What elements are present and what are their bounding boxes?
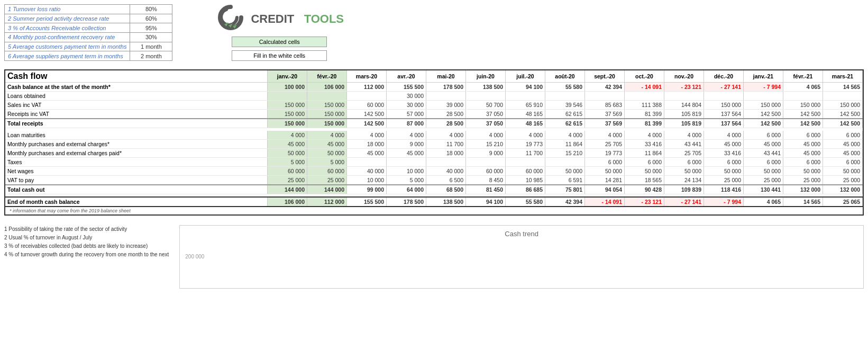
cf-data-row: Receipts inc VAT150 000150 000142 50057 … [5,110,863,119]
cell-value: 18 000 [426,148,466,157]
param-label: 2 Summer period activity decrease rate [5,14,130,23]
cell-value [268,92,307,101]
param-value: 80% [130,5,172,14]
cell-value: 64 000 [387,185,426,194]
cell-value: 150 000 [744,101,783,110]
cell-value: 14 565 [783,197,823,207]
cell-value: 37 050 [466,119,506,128]
cell-value: 4 000 [347,131,387,140]
cell-value [744,92,783,101]
param-label: 3 % of Accounts Receivable collection [5,23,130,33]
cell-value: 6 000 [823,157,863,166]
cf-data-row: Loans obtained30 000 [5,92,863,101]
row-label: Cash balance at the start of the month* [5,83,268,92]
cell-value: 60 000 [268,166,307,175]
note-item: 2 Usual % of turnover in August / July [4,234,169,242]
param-row: 1 Turnover loss ratio80% [5,5,172,14]
cell-value: 94 100 [466,197,506,207]
cell-value: 10 985 [506,175,545,185]
cell-value: 42 394 [545,197,585,207]
cell-value: 50 000 [268,148,307,157]
param-label: 6 Average suppliers payment term in mont… [5,51,130,61]
cell-value: 14 281 [585,175,625,185]
cell-value: 4 000 [426,131,466,140]
note-item: 3 % of receivables collected (bad debts … [4,242,169,250]
col-header-dec20: déc.-20 [704,70,744,83]
col-header-feb21: févr.-21 [783,70,823,83]
param-value: 30% [130,32,172,42]
cell-value: 24 134 [664,175,704,185]
cell-value: 11 700 [426,139,466,148]
cell-value: 25 000 [823,175,863,185]
param-value: 60% [130,14,172,23]
cashflow-footnote: * information that may come from the 201… [5,207,863,214]
cf-data-row: Monthly purchases and external charges*4… [5,139,863,148]
cell-value: 9 000 [387,139,426,148]
cell-value: 5 000 [268,157,307,166]
cell-value: 118 416 [704,185,744,194]
cf-data-row: Cash balance at the start of the month*1… [5,83,863,92]
cell-value: 6 000 [664,157,704,166]
cell-value: 6 000 [704,157,744,166]
cell-value: 100 000 [268,83,307,92]
cell-value: 4 000 [466,131,506,140]
cell-value: 8 450 [466,175,506,185]
cell-value: 68 500 [426,185,466,194]
col-header-sep20: sept.-20 [585,70,625,83]
cell-value: 39 546 [545,101,585,110]
cell-value: 25 000 [704,175,744,185]
cell-value: 25 705 [664,148,704,157]
cell-value: 30 000 [387,101,426,110]
cell-value: 45 000 [823,139,863,148]
cell-value: 14 565 [823,83,863,92]
cell-value: 150 000 [268,101,307,110]
logo-text: CREDIT TOOLS [251,12,344,26]
cashflow-section: Cash flow janv.-20 févr.-20 mars-20 avr.… [4,69,864,216]
note-item: 4 % of turnover growth during the recove… [4,250,169,259]
row-label: Loans obtained [5,92,268,101]
param-value: 1 month [130,42,172,51]
cell-value: 60 000 [506,166,545,175]
cell-value [426,92,466,101]
param-label: 5 Average customers payment term in mont… [5,42,130,51]
cell-value: 5 000 [307,157,347,166]
cell-value: 142 500 [347,119,387,128]
cell-value: 178 500 [426,83,466,92]
cell-value: 42 394 [585,83,625,92]
cell-value: 150 000 [307,110,347,119]
cell-value: 45 000 [347,148,387,157]
cf-data-row: Monthly purchases and external charges p… [5,148,863,157]
cell-value: 40 000 [347,166,387,175]
cell-value: 144 000 [307,185,347,194]
cell-value: - 23 121 [625,197,664,207]
cell-value: 57 000 [387,110,426,119]
cell-value: 4 000 [387,131,426,140]
cell-value: 132 000 [823,185,863,194]
param-row: 5 Average customers payment term in mont… [5,42,172,51]
cell-value: - 7 994 [744,83,783,92]
cell-value: 4 000 [704,131,744,140]
legend-calculated: Calculated cells [232,37,327,47]
cell-value: 43 441 [744,148,783,157]
cell-value: 48 165 [506,119,545,128]
cell-value: 45 000 [704,139,744,148]
cell-value: 37 569 [585,119,625,128]
param-value: 95% [130,23,172,33]
cell-value: 50 000 [664,166,704,175]
cell-value: - 23 121 [664,83,704,92]
cell-value [545,92,585,101]
cell-value: 4 000 [664,131,704,140]
cell-value: 138 500 [466,83,506,92]
cell-value: 111 388 [625,101,664,110]
cell-value: 9 000 [466,148,506,157]
cell-value: 150 000 [268,119,307,128]
cell-value: 142 500 [783,119,823,128]
cell-value: 81 399 [625,119,664,128]
col-header-jan21: janv.-21 [744,70,783,83]
row-label: Total receipts [5,119,268,128]
cell-value [704,92,744,101]
cell-value: 87 000 [387,119,426,128]
cell-value: 45 000 [268,139,307,148]
cashflow-table: Cash flow janv.-20 févr.-20 mars-20 avr.… [5,70,863,207]
cell-value: 5 000 [387,175,426,185]
